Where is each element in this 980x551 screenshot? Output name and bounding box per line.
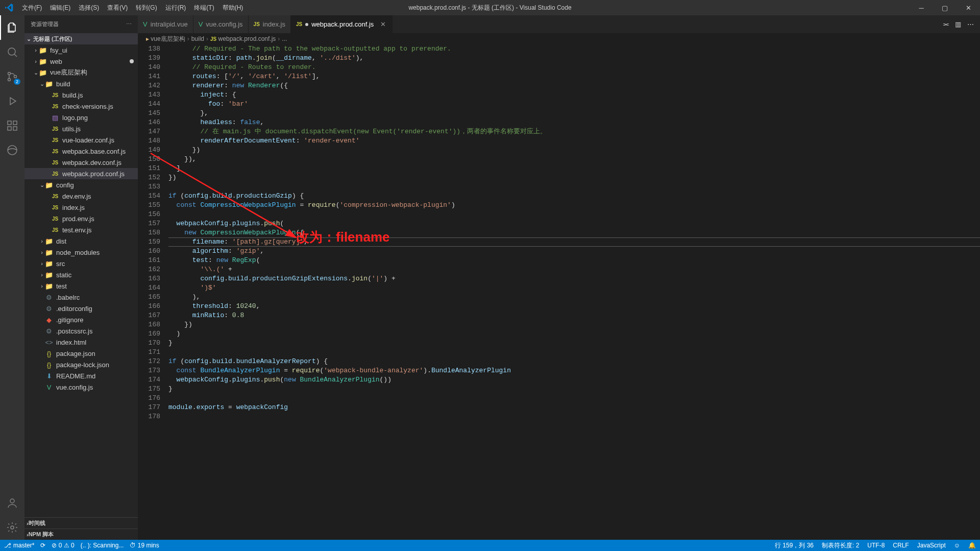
svg-point-1	[8, 73, 11, 75]
account-icon[interactable]	[0, 491, 24, 515]
editor-tab[interactable]: Vvue.config.js	[193, 15, 249, 33]
eol[interactable]: CRLF	[893, 541, 909, 550]
compare-icon[interactable]: ⫘	[942, 20, 949, 28]
workspace-label: 无标题 (工作区)	[33, 35, 72, 43]
editor-tab[interactable]: Vintralipid.vue	[138, 15, 193, 33]
npm-label: NPM 脚本	[29, 531, 54, 538]
chevron-down-icon: ⌄	[27, 36, 31, 42]
sync-button[interactable]: ⟳	[40, 542, 45, 549]
menubar: 文件(F)编辑(E)选择(S)查看(V)转到(G)运行(R)终端(T)帮助(H)	[18, 0, 247, 15]
search-icon[interactable]	[0, 40, 24, 64]
titlebar: 文件(F)编辑(E)选择(S)查看(V)转到(G)运行(R)终端(T)帮助(H)…	[0, 0, 980, 15]
tree-item[interactable]: ▨logo.png	[24, 112, 138, 123]
tab-size[interactable]: 制表符长度: 2	[822, 541, 859, 550]
tree-item[interactable]: ⌄📁build	[24, 78, 138, 89]
tree-item[interactable]: ›📁src	[24, 258, 138, 269]
language-mode[interactable]: JavaScript	[917, 541, 946, 550]
breadcrumbs[interactable]: ▸ vue底层架构›build›JS webpack.prod.conf.js›…	[138, 33, 980, 44]
tree-item[interactable]: ›📁dist	[24, 235, 138, 247]
menu-item[interactable]: 查看(V)	[103, 0, 132, 15]
svg-point-10	[11, 526, 14, 529]
menu-item[interactable]: 转到(G)	[132, 0, 161, 15]
more-icon[interactable]: ⋯	[126, 21, 132, 28]
menu-item[interactable]: 文件(F)	[18, 0, 46, 15]
tree-item[interactable]: JSutils.js	[24, 123, 138, 134]
menu-item[interactable]: 选择(S)	[75, 0, 103, 15]
tree-item[interactable]: JSvue-loader.conf.js	[24, 134, 138, 146]
svg-point-3	[14, 76, 17, 78]
tree-item[interactable]: {}package-lock.json	[24, 359, 138, 370]
tree-item[interactable]: JSdev.env.js	[24, 190, 138, 202]
activity-bar: 2	[0, 15, 24, 540]
tree-item[interactable]: ›📁fsy_ui	[24, 44, 138, 56]
tree-item[interactable]: ◆.gitignore	[24, 314, 138, 325]
tree-item[interactable]: ⌄📁config	[24, 179, 138, 190]
explorer-icon[interactable]	[0, 15, 24, 40]
settings-icon[interactable]	[0, 515, 24, 540]
menu-item[interactable]: 帮助(H)	[218, 0, 248, 15]
source-control-icon[interactable]: 2	[0, 64, 24, 89]
tree-item[interactable]: ›📁test	[24, 280, 138, 292]
tree-item[interactable]: JSwebpack.prod.conf.js	[24, 168, 138, 179]
split-editor-icon[interactable]: ▥	[955, 20, 961, 28]
menu-item[interactable]: 运行(R)	[161, 0, 190, 15]
problems-status[interactable]: ⊘ 0 ⚠ 0	[52, 542, 74, 549]
window-title: webpack.prod.conf.js - 无标题 (工作区) - Visua…	[408, 4, 571, 12]
tree-item[interactable]: ›📁node_modules	[24, 247, 138, 258]
svg-rect-4	[8, 121, 11, 125]
svg-rect-5	[8, 127, 11, 130]
tree-item[interactable]: JSwebpack.dev.conf.js	[24, 157, 138, 168]
tree-item[interactable]: ›📁web	[24, 56, 138, 67]
svg-point-8	[8, 146, 17, 155]
extensions-icon[interactable]	[0, 113, 24, 138]
tree-item[interactable]: JStest.env.js	[24, 224, 138, 235]
notifications-icon[interactable]: 🔔	[968, 541, 976, 550]
tree-item[interactable]: JSwebpack.base.conf.js	[24, 146, 138, 157]
time-status[interactable]: ⏱ 19 mins	[130, 542, 159, 549]
menu-item[interactable]: 编辑(E)	[46, 0, 75, 15]
statusbar: ⎇master* ⟳ ⊘ 0 ⚠ 0 (.. ): Scanning... ⏱ …	[0, 540, 980, 551]
tree-item[interactable]: ⌄📁vue底层架构	[24, 67, 138, 78]
window-controls: ─ ▢ ✕	[910, 0, 980, 15]
minimize-button[interactable]: ─	[910, 0, 933, 15]
tree-item[interactable]: ⬇README.md	[24, 370, 138, 381]
tree-item[interactable]: <>index.html	[24, 337, 138, 348]
tree-item[interactable]: JSindex.js	[24, 202, 138, 213]
debug-icon[interactable]	[0, 89, 24, 113]
timeline-label: 时间线	[29, 519, 45, 527]
timeline-section[interactable]: › 时间线	[24, 517, 138, 529]
more-actions-icon[interactable]: ⋯	[967, 20, 974, 28]
tree-item[interactable]: JScheck-versions.js	[24, 101, 138, 112]
maximize-button[interactable]: ▢	[933, 0, 957, 15]
main-area: 2 资源管理器 ⋯ ⌄ 无标题 (工作区) ›📁fsy_ui›📁web⌄📁vue…	[0, 15, 980, 540]
cursor-position[interactable]: 行 159，列 36	[775, 541, 814, 550]
editor-tabs: Vintralipid.vueVvue.config.jsJSindex.jsJ…	[138, 15, 980, 33]
close-button[interactable]: ✕	[957, 0, 980, 15]
editor-tab[interactable]: JSwebpack.prod.conf.js✕	[291, 15, 393, 33]
tree-item[interactable]: ⚙.postcssrc.js	[24, 325, 138, 337]
tree-item[interactable]: JSprod.env.js	[24, 213, 138, 224]
menu-item[interactable]: 终端(T)	[190, 0, 218, 15]
code-content[interactable]: // Required - The path to the webpack-ou…	[168, 44, 980, 540]
workspace-section[interactable]: ⌄ 无标题 (工作区)	[24, 33, 138, 44]
tree-item[interactable]: JSbuild.js	[24, 89, 138, 101]
tree-item[interactable]: ›📁static	[24, 269, 138, 280]
code-editor[interactable]: 1381391401411421431441451461471481491501…	[138, 44, 980, 540]
sidebar-title: 资源管理器	[31, 20, 59, 28]
svg-rect-6	[13, 127, 17, 130]
git-branch[interactable]: ⎇master*	[4, 542, 34, 549]
app-icon	[0, 4, 18, 12]
tree-item[interactable]: ⚙.editorconfig	[24, 303, 138, 314]
edge-icon[interactable]	[0, 138, 24, 162]
npm-scripts-section[interactable]: › NPM 脚本	[24, 529, 138, 540]
file-tree: ›📁fsy_ui›📁web⌄📁vue底层架构⌄📁buildJSbuild.jsJ…	[24, 44, 138, 517]
tree-item[interactable]: ⚙.babelrc	[24, 292, 138, 303]
feedback-icon[interactable]: ☺	[954, 541, 960, 550]
editor-area: Vintralipid.vueVvue.config.jsJSindex.jsJ…	[138, 15, 980, 540]
tree-item[interactable]: {}package.json	[24, 348, 138, 359]
tab-close-icon[interactable]: ✕	[379, 20, 387, 28]
encoding[interactable]: UTF-8	[867, 541, 885, 550]
scanning-status[interactable]: (.. ): Scanning...	[81, 542, 124, 549]
tree-item[interactable]: Vvue.config.js	[24, 381, 138, 393]
editor-tab[interactable]: JSindex.js	[249, 15, 291, 33]
